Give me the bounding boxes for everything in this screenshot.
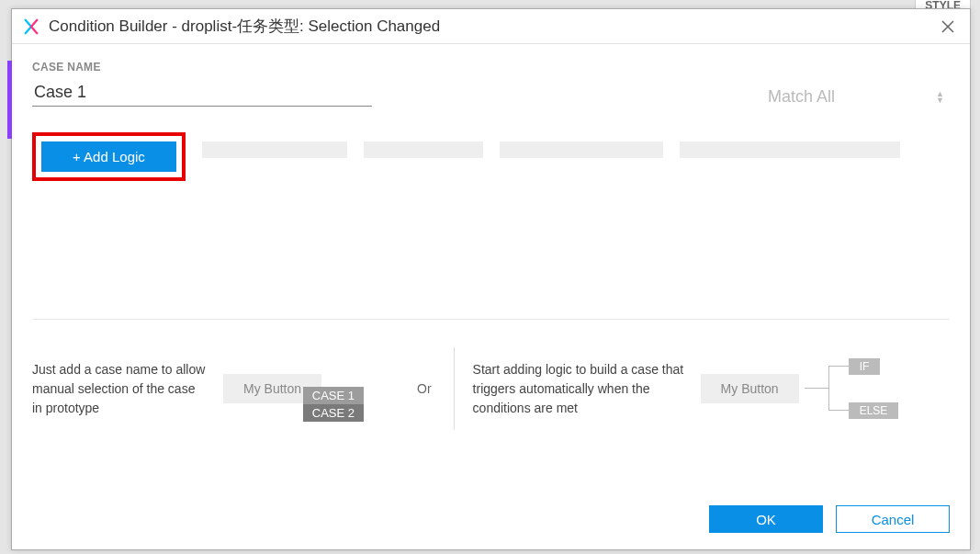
case-name-label: CASE NAME (32, 61, 950, 73)
dialog-titlebar: Condition Builder - droplist-任务类型: Selec… (12, 9, 970, 44)
case-name-input[interactable] (32, 79, 372, 107)
stepper-icon: ▲▼ (936, 91, 944, 104)
hint-right: Start adding logic to build a case that … (473, 356, 898, 421)
dialog-content: CASE NAME Match All ▲▼ + Add Logic (12, 44, 970, 549)
if-box: IF (849, 358, 881, 375)
logic-placeholder (364, 141, 483, 158)
hint-divider (454, 347, 455, 430)
if-else-tree-illustration: IF ELSE (816, 356, 898, 421)
logic-placeholder (680, 141, 900, 158)
dialog-title: Condition Builder - droplist-任务类型: Selec… (49, 16, 935, 37)
add-logic-button[interactable]: + Add Logic (41, 141, 176, 172)
match-mode-select[interactable]: Match All ▲▼ (768, 87, 950, 107)
hint-right-illustration: My Button (701, 374, 799, 403)
add-logic-highlight: + Add Logic (32, 132, 186, 181)
case-badge-1: CASE 1 (303, 387, 364, 404)
condition-builder-dialog: Condition Builder - droplist-任务类型: Selec… (11, 8, 971, 550)
close-button[interactable] (935, 14, 961, 40)
hint-left-illustration: My Button CASE 1 CASE 2 (223, 374, 321, 403)
dialog-footer: OK Cancel (12, 494, 970, 549)
hint-left-text: Just add a case name to allow manual sel… (32, 360, 207, 418)
case-section: CASE NAME Match All ▲▼ (12, 44, 970, 114)
case-badge-2: CASE 2 (303, 404, 364, 422)
else-box: ELSE (849, 402, 899, 419)
ok-button[interactable]: OK (709, 505, 823, 533)
hint-or-label: Or (417, 381, 432, 396)
match-mode-value: Match All (768, 87, 835, 107)
case-badges: CASE 1 CASE 2 (303, 387, 364, 422)
cancel-button[interactable]: Cancel (836, 505, 950, 533)
hint-area: Just add a case name to allow manual sel… (32, 319, 950, 458)
hint-right-text: Start adding logic to build a case that … (473, 360, 684, 418)
side-accent-bar (7, 61, 12, 139)
logic-row: + Add Logic (12, 114, 970, 181)
app-logo-icon (23, 18, 39, 35)
logic-placeholder (500, 141, 663, 158)
logic-placeholder (202, 141, 347, 158)
hint-left: Just add a case name to allow manual sel… (32, 360, 321, 418)
